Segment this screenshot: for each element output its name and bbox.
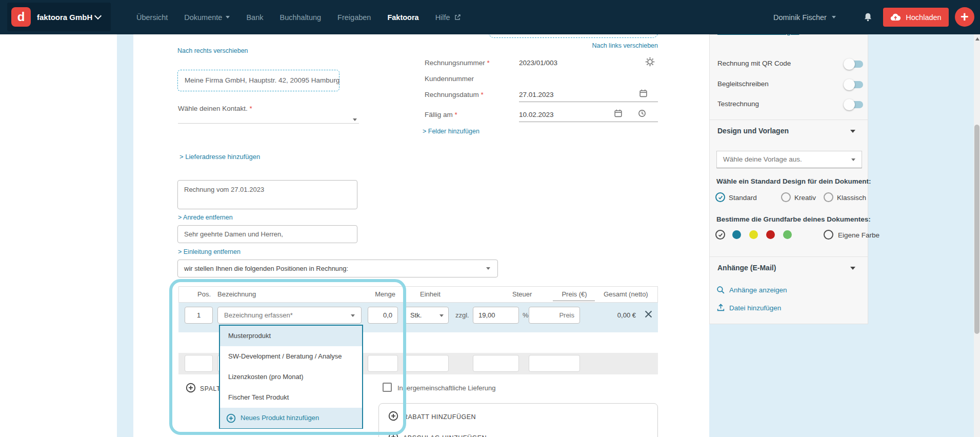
- color-swatch-red[interactable]: [766, 230, 775, 239]
- user-menu[interactable]: Dominik Fischer: [773, 0, 836, 34]
- position-number-input[interactable]: 1: [185, 307, 213, 324]
- plus-circle-icon[interactable]: [388, 411, 398, 421]
- header-price[interactable]: Preis (€): [553, 287, 595, 302]
- attachments-title: Anhänge (E-Mail): [717, 264, 776, 272]
- move-left-link[interactable]: Nach links verschieben: [545, 42, 658, 49]
- invoice-date-value[interactable]: 27.01.2023: [519, 91, 554, 98]
- scrollbar-up-arrow[interactable]: [975, 37, 979, 41]
- salutation-textbox[interactable]: Sehr geehrte Damen und Herren,: [177, 225, 357, 243]
- chevron-down-icon: [832, 16, 836, 18]
- left-blue-gutter: [117, 34, 133, 437]
- plus-circle-icon[interactable]: [388, 432, 398, 437]
- salutation-text: Sehr geehrte Damen und Herren,: [178, 226, 357, 243]
- brand-switcher[interactable]: d faktoora GmbH: [7, 3, 111, 31]
- contact-chevron-down-icon[interactable]: [353, 118, 357, 121]
- invoice-number-value[interactable]: 2023/01/003: [519, 59, 557, 67]
- dropdown-option[interactable]: Lizenzkosten (pro Monat): [220, 367, 362, 387]
- chevron-down-icon[interactable]: [850, 267, 855, 270]
- calendar-icon[interactable]: [639, 89, 648, 97]
- nav-uebersicht[interactable]: Übersicht: [136, 13, 168, 22]
- due-date-underline: [519, 122, 658, 122]
- check-icon: [717, 194, 724, 201]
- item-name-placeholder: Bezeichnung erfassen*: [218, 311, 293, 319]
- scrollbar-thumb[interactable]: [974, 125, 979, 334]
- test-invoice-toggle[interactable]: [844, 99, 864, 110]
- plus-circle-icon[interactable]: [186, 383, 196, 393]
- nav-faktoora[interactable]: Faktoora: [387, 13, 418, 22]
- empty-pos-input[interactable]: [185, 355, 213, 372]
- calendar-icon[interactable]: [614, 109, 623, 117]
- cover-letter-toggle[interactable]: [844, 79, 864, 90]
- custom-color-radio[interactable]: [824, 230, 833, 240]
- nav-dokumente[interactable]: Dokumente: [184, 13, 230, 22]
- move-right-link[interactable]: Nach rechts verschieben: [177, 47, 248, 54]
- header-tax: Steuer: [512, 287, 532, 302]
- nav-buchhaltung[interactable]: Buchhaltung: [279, 13, 321, 22]
- invoice-date-label: Rechnungsdatum *: [425, 91, 484, 98]
- intra-community-checkbox[interactable]: [383, 383, 392, 392]
- external-link-icon: [454, 14, 461, 21]
- nav-bank[interactable]: Bank: [246, 13, 263, 22]
- remove-row-icon[interactable]: [644, 309, 653, 319]
- discount-deduction-box: RABATT HINZUFÜGEN ABSCHLAG HINZUFÜGEN: [378, 403, 658, 437]
- empty-price-input[interactable]: [529, 355, 580, 372]
- add-deduction-button[interactable]: ABSCHLAG HINZUFÜGEN: [403, 434, 487, 437]
- history-icon[interactable]: [637, 109, 647, 118]
- chevron-down-icon[interactable]: [850, 130, 855, 133]
- remove-salutation-link[interactable]: > Anrede entfernen: [178, 214, 233, 221]
- color-radio-selected[interactable]: [715, 230, 725, 240]
- template-select[interactable]: Wähle deine Vorlage aus.: [716, 151, 862, 168]
- check-icon: [717, 232, 724, 238]
- empty-unit-input[interactable]: [405, 355, 449, 372]
- add-discount-button[interactable]: RABATT HINZUFÜGEN: [403, 413, 476, 421]
- dropdown-option[interactable]: Fischer Test Produkt: [220, 387, 362, 408]
- sender-address-text: Meine Firma GmbH, Hauptstr. 42, 20095 Ha…: [178, 70, 339, 90]
- price-input[interactable]: Preis: [529, 307, 580, 324]
- upload-button[interactable]: Hochladen: [883, 8, 949, 27]
- empty-tax-input[interactable]: [473, 355, 519, 372]
- intro-select[interactable]: wir stellen Ihnen die folgenden Position…: [177, 260, 498, 277]
- show-attachments-link[interactable]: Anhänge anzeigen: [729, 286, 787, 294]
- chevron-down-icon: [439, 314, 444, 317]
- required-marker: *: [487, 59, 490, 67]
- nav-hilfe[interactable]: Hilfe: [435, 13, 461, 22]
- color-swatch-yellow[interactable]: [749, 230, 758, 239]
- unit-select[interactable]: Stk.: [405, 307, 449, 324]
- tax-input[interactable]: 19,00: [473, 307, 519, 324]
- sender-address-box[interactable]: Meine Firma GmbH, Hauptstr. 42, 20095 Ha…: [177, 70, 339, 91]
- subject-textbox[interactable]: Rechnung vom 27.01.2023: [177, 180, 357, 209]
- dropdown-option[interactable]: SW-Development / Beratung / Analyse: [220, 346, 362, 367]
- add-delivery-address-link[interactable]: > Lieferadresse hinzufügen: [179, 153, 260, 161]
- dropdown-option[interactable]: Musterprodukt: [220, 326, 362, 346]
- add-file-link[interactable]: Datei hinzufügen: [729, 304, 781, 312]
- remove-intro-link[interactable]: > Einleitung entfernen: [178, 248, 241, 255]
- quantity-input[interactable]: 0,0: [368, 307, 398, 324]
- subject-text: Rechnung vom 27.01.2023: [178, 181, 357, 198]
- notifications-bell-icon[interactable]: [863, 11, 873, 23]
- qr-code-toggle[interactable]: [844, 58, 864, 70]
- header-name: Bezeichnung: [217, 287, 256, 302]
- tax-prefix-label: zzgl.: [455, 311, 469, 319]
- intro-text: wir stellen Ihnen die folgenden Position…: [178, 260, 497, 277]
- due-date-value[interactable]: 10.02.2023: [519, 111, 554, 118]
- gear-icon[interactable]: [645, 57, 655, 67]
- add-fields-link[interactable]: > Felder hinzufügen: [423, 128, 479, 135]
- empty-qty-input[interactable]: [368, 355, 398, 372]
- contact-select-underline[interactable]: [178, 123, 359, 124]
- panel-divider: [710, 256, 868, 257]
- design-radio-klassisch[interactable]: [824, 192, 833, 202]
- required-marker: *: [250, 105, 252, 112]
- intra-community-label: Innergemeinschaftliche Lieferung: [397, 384, 496, 392]
- item-name-select[interactable]: Bezeichnung erfassen*: [217, 307, 362, 324]
- nav-freigaben[interactable]: Freigaben: [337, 13, 371, 22]
- color-swatch-green[interactable]: [783, 230, 792, 239]
- add-product-option[interactable]: Neues Produkt hinzufügen: [220, 408, 362, 428]
- app-window: Nach rechts verschieben Nach links versc…: [0, 0, 980, 437]
- header-pos: Pos.: [197, 287, 211, 302]
- design-radio-kreativ[interactable]: [781, 192, 791, 202]
- color-swatch-teal[interactable]: [732, 230, 741, 239]
- top-navbar: d faktoora GmbH Übersicht Dokumente Bank…: [0, 0, 980, 34]
- chevron-down-icon: [226, 16, 230, 18]
- create-new-button[interactable]: +: [955, 7, 974, 27]
- design-radio-standard[interactable]: [715, 192, 725, 202]
